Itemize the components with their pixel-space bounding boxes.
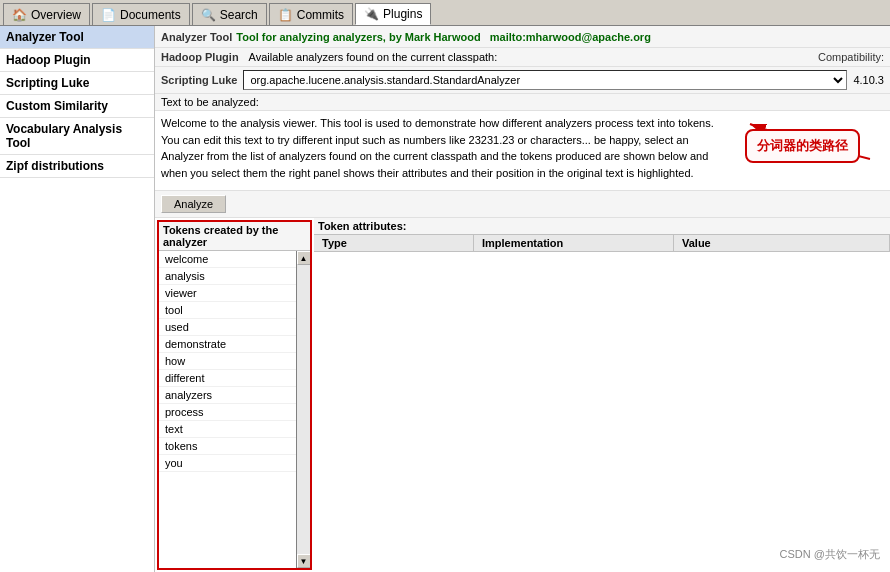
analyze-btn-row: Analyze [155, 191, 890, 218]
compatibility-wrap: 4.10.3 [853, 74, 884, 86]
text-body: Welcome to the analysis viewer. This too… [161, 115, 721, 181]
token-attrs-header: Token attributes: [314, 218, 890, 235]
text-content-area: Welcome to the analysis viewer. This too… [155, 111, 890, 191]
tokens-scrollbar[interactable]: ▲ ▼ [296, 251, 310, 568]
tokens-list-wrap: welcomeanalysisviewertooluseddemonstrate… [159, 251, 310, 568]
tokens-list-container: Tokens created by the analyzer welcomean… [157, 220, 312, 570]
col-impl: Implementation [474, 235, 674, 251]
col-type: Type [314, 235, 474, 251]
sidebar-label-scripting: Scripting Luke [6, 76, 89, 90]
annotation-box: 分词器的类路径 [745, 129, 860, 163]
sidebar-item-scripting[interactable]: Scripting Luke [0, 72, 154, 95]
text-label-row: Text to be analyzed: [155, 94, 890, 111]
scripting-luke-label: Scripting Luke [161, 74, 237, 86]
tab-documents-label: Documents [120, 8, 181, 22]
annotation-text: 分词器的类路径 [757, 138, 848, 153]
token-item[interactable]: different [159, 370, 296, 387]
scroll-down-btn[interactable]: ▼ [297, 554, 311, 568]
main-container: Analyzer Tool Hadoop Plugin Scripting Lu… [0, 26, 890, 572]
tab-overview-label: Overview [31, 8, 81, 22]
scroll-track [297, 265, 311, 554]
analyzer-desc-text: Tool for analyzing analyzers, by Mark Ha… [236, 31, 480, 43]
col-impl-label: Implementation [482, 237, 563, 249]
analyzer-select-wrap: org.apache.lucene.analysis.standard.Stan… [243, 70, 847, 90]
sidebar-label-hadoop: Hadoop Plugin [6, 53, 91, 67]
tokens-header-text: Tokens created by the analyzer [163, 224, 278, 248]
watermark: CSDN @共饮一杯无 [780, 547, 880, 562]
compatibility-value: 4.10.3 [853, 74, 884, 86]
tab-overview[interactable]: 🏠 Overview [3, 3, 90, 25]
token-attrs-panel: Token attributes: Type Implementation Va… [314, 218, 890, 572]
analyzer-tool-name-label: Analyzer Tool [161, 31, 232, 43]
analyzer-tool-desc: Tool for analyzing analyzers, by Mark Ha… [236, 31, 651, 43]
search-tab-icon: 🔍 [201, 8, 216, 22]
hadoop-value: Available analyzers found on the current… [249, 51, 498, 63]
scroll-up-btn[interactable]: ▲ [297, 251, 311, 265]
col-value: Value [674, 235, 890, 251]
token-item[interactable]: analyzers [159, 387, 296, 404]
tab-search-label: Search [220, 8, 258, 22]
content-area: Analyzer Tool Tool for analyzing analyze… [155, 26, 890, 572]
hadoop-plugin-row: Hadoop Plugin Available analyzers found … [155, 48, 890, 67]
tokens-list: welcomeanalysisviewertooluseddemonstrate… [159, 251, 296, 568]
analyze-button[interactable]: Analyze [161, 195, 226, 213]
analyzer-tool-row: Analyzer Tool Tool for analyzing analyze… [155, 26, 890, 48]
plugins-icon: 🔌 [364, 7, 379, 21]
token-item[interactable]: welcome [159, 251, 296, 268]
tab-search[interactable]: 🔍 Search [192, 3, 267, 25]
commits-icon: 📋 [278, 8, 293, 22]
col-type-label: Type [322, 237, 347, 249]
sidebar-item-hadoop[interactable]: Hadoop Plugin [0, 49, 154, 72]
hadoop-label: Hadoop Plugin [161, 51, 239, 63]
attrs-col-headers: Type Implementation Value [314, 235, 890, 252]
token-item[interactable]: you [159, 455, 296, 472]
sidebar-label-zipf: Zipf distributions [6, 159, 104, 173]
col-value-label: Value [682, 237, 711, 249]
tab-commits[interactable]: 📋 Commits [269, 3, 353, 25]
token-item[interactable]: tool [159, 302, 296, 319]
token-item[interactable]: demonstrate [159, 336, 296, 353]
token-item[interactable]: viewer [159, 285, 296, 302]
token-item[interactable]: analysis [159, 268, 296, 285]
analyzer-email-link[interactable]: mailto:mharwood@apache.org [490, 31, 651, 43]
analyzer-select[interactable]: org.apache.lucene.analysis.standard.Stan… [243, 70, 847, 90]
token-item[interactable]: how [159, 353, 296, 370]
scripting-luke-row: Scripting Luke org.apache.lucene.analysi… [155, 67, 890, 94]
documents-icon: 📄 [101, 8, 116, 22]
token-item[interactable]: text [159, 421, 296, 438]
token-attrs-table: Type Implementation Value [314, 235, 890, 572]
tab-bar: 🏠 Overview 📄 Documents 🔍 Search 📋 Commit… [0, 0, 890, 26]
sidebar-item-custom[interactable]: Custom Similarity [0, 95, 154, 118]
watermark-text: CSDN @共饮一杯无 [780, 548, 880, 560]
tokens-header: Tokens created by the analyzer [159, 222, 310, 251]
overview-icon: 🏠 [12, 8, 27, 22]
tab-commits-label: Commits [297, 8, 344, 22]
sidebar: Analyzer Tool Hadoop Plugin Scripting Lu… [0, 26, 155, 572]
tokens-section: Tokens created by the analyzer welcomean… [155, 218, 890, 572]
token-item[interactable]: process [159, 404, 296, 421]
sidebar-label-custom: Custom Similarity [6, 99, 108, 113]
tab-plugins-label: Plugins [383, 7, 422, 21]
compatibility-label: Compatibility: [818, 51, 884, 63]
token-item[interactable]: tokens [159, 438, 296, 455]
sidebar-item-zipf[interactable]: Zipf distributions [0, 155, 154, 178]
sidebar-label-analyzer: Analyzer Tool [6, 30, 84, 44]
sidebar-item-vocabulary[interactable]: Vocabulary Analysis Tool [0, 118, 154, 155]
sidebar-item-analyzer-tool[interactable]: Analyzer Tool [0, 26, 154, 49]
text-label: Text to be analyzed: [161, 96, 259, 108]
annotation-container: 分词器的类路径 [740, 119, 880, 159]
tab-plugins[interactable]: 🔌 Plugins [355, 3, 431, 25]
sidebar-label-vocabulary: Vocabulary Analysis Tool [6, 122, 122, 150]
token-item[interactable]: used [159, 319, 296, 336]
tab-documents[interactable]: 📄 Documents [92, 3, 190, 25]
